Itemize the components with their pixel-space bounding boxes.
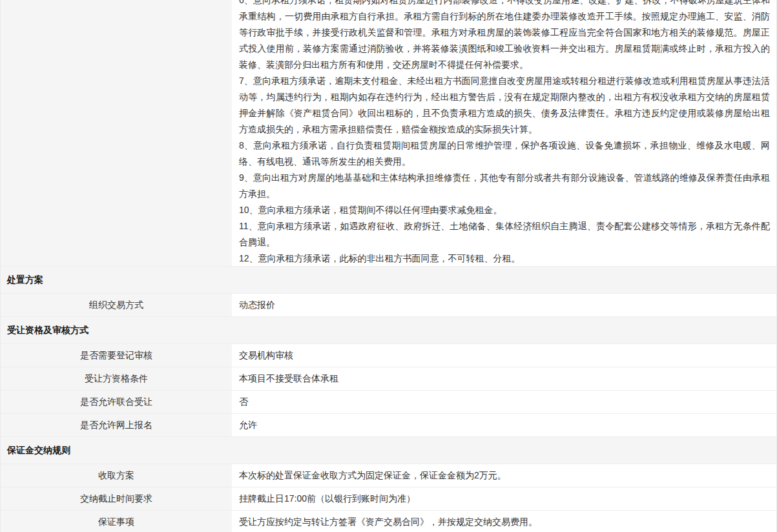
terms-item-10: 10、意向承租方须承诺，租赁期间不得以任何理由要求减免租金。 <box>239 202 770 218</box>
row-value: 本次标的处置保证金收取方式为固定保证金，保证金金额为2万元。 <box>234 464 776 487</box>
row-value: 受让方应按约定与转让方签署《资产交易合同》，并按规定交纳交易费用。 <box>234 511 776 532</box>
row-label: 是否需要登记审核 <box>1 344 234 367</box>
row-value: 交易机构审核 <box>234 344 776 367</box>
row-label: 受让方资格条件 <box>1 367 234 390</box>
terms-value-cell: 6、意向承租方须承诺，租赁期内如对租赁房屋进行内部装修改造，不得改变房屋用途、改… <box>234 0 776 266</box>
section-header-disposal-plan: 处置方案 <box>1 267 776 294</box>
row-label: 交纳截止时间要求 <box>1 487 234 510</box>
table-row: 收取方案 本次标的处置保证金收取方式为固定保证金，保证金金额为2万元。 <box>1 464 776 487</box>
table-row: 交纳截止时间要求 挂牌截止日17:00前（以银行到账时间为准） <box>1 487 776 511</box>
row-value: 本项目不接受联合体承租 <box>234 367 776 390</box>
table-row: 受让方资格条件 本项目不接受联合体承租 <box>1 367 776 391</box>
terms-item-11: 11、意向承租方须承诺，如遇政府征收、政府拆迁、土地储备、集体经济组织自主腾退、… <box>239 218 770 251</box>
row-label: 收取方案 <box>1 464 234 487</box>
row-value: 动态报价 <box>234 294 776 316</box>
table-row: 保证事项 受让方应按约定与转让方签署《资产交易合同》，并按规定交纳交易费用。 <box>1 511 776 532</box>
row-value: 允许 <box>234 414 776 436</box>
listing-detail-table: 6、意向承租方须承诺，租赁期内如对租赁房屋进行内部装修改造，不得改变房屋用途、改… <box>0 0 777 532</box>
row-label: 组织交易方式 <box>1 294 234 316</box>
row-label: 保证事项 <box>1 511 234 532</box>
table-row: 是否需要登记审核 交易机构审核 <box>1 344 776 367</box>
terms-text: 6、意向承租方须承诺，租赁期内如对租赁房屋进行内部装修改造，不得改变房屋用途、改… <box>239 0 770 266</box>
section-header-transferee-qualification: 受让资格及审核方式 <box>1 317 776 344</box>
table-row: 是否允许联合受让 否 <box>1 391 776 414</box>
row-label: 是否允许联合受让 <box>1 391 234 413</box>
terms-item-8: 8、意向承租方须承诺，自行负责租赁期间租赁房屋的日常维护管理，保护各项设施、设备… <box>239 138 770 170</box>
terms-item-6: 6、意向承租方须承诺，租赁期内如对租赁房屋进行内部装修改造，不得改变房屋用途、改… <box>239 0 770 73</box>
terms-item-7: 7、意向承租方须承诺，逾期未支付租金、未经出租方书面同意擅自改变房屋用途或转租分… <box>239 73 770 138</box>
section-header-deposit-rules: 保证金交纳规则 <box>1 437 776 464</box>
row-value: 挂牌截止日17:00前（以银行到账时间为准） <box>234 487 776 510</box>
terms-row: 6、意向承租方须承诺，租赁期内如对租赁房屋进行内部装修改造，不得改变房屋用途、改… <box>1 0 776 267</box>
row-label: 是否允许网上报名 <box>1 414 234 436</box>
terms-item-9: 9、意向出租方对房屋的地基基础和主体结构承担维修责任，其他专有部分或者共有部分设… <box>239 170 770 202</box>
terms-label-cell-empty <box>1 0 234 266</box>
table-row: 是否允许网上报名 允许 <box>1 414 776 437</box>
terms-item-12: 12、意向承租方须承诺，此标的非出租方书面同意，不可转租、分租。 <box>239 251 770 266</box>
row-value: 否 <box>234 391 776 413</box>
table-row: 组织交易方式 动态报价 <box>1 294 776 317</box>
